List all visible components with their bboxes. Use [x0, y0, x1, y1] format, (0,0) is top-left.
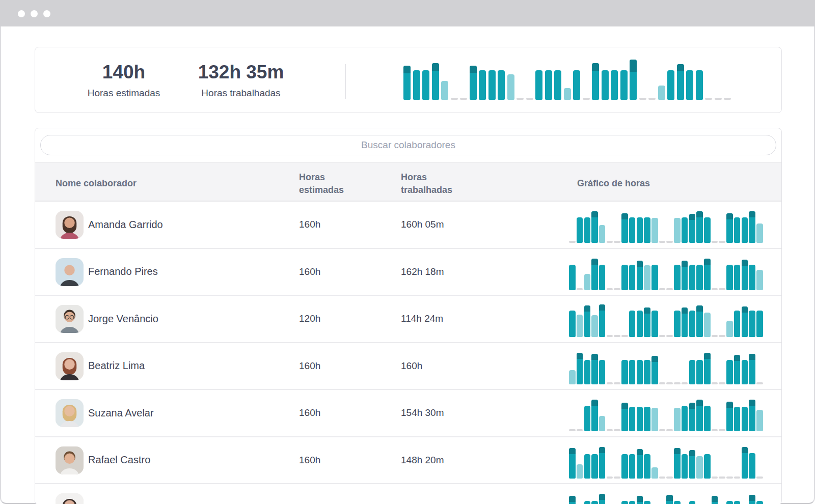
overtime-day-bar [704, 259, 711, 290]
workday-bar [637, 360, 643, 384]
chart-day-slot [689, 211, 696, 243]
chart-day-slot [629, 305, 636, 337]
overtime-cap [591, 211, 598, 217]
table-row[interactable]: Suzana Avelar160h154h 30m [35, 390, 781, 437]
chart-day-slot [726, 353, 734, 384]
window-control-dot[interactable] [31, 10, 38, 17]
empty-day-dash [577, 288, 583, 290]
chart-day-slot [703, 305, 711, 337]
workday-bar [674, 501, 681, 504]
workday-bar [704, 454, 711, 479]
chart-day-slot [629, 447, 636, 479]
chart-day-slot [673, 259, 681, 290]
chart-day-slot [459, 59, 469, 100]
table-body: Amanda Garrido160h160h 05mFernando Pires… [35, 202, 781, 504]
chart-day-slot [756, 400, 764, 431]
workday-bar [498, 70, 505, 100]
chart-day-slot [576, 353, 584, 384]
empty-day-dash [607, 288, 613, 290]
chart-day-slot [696, 400, 703, 431]
chart-day-slot [681, 259, 689, 290]
overtime-cap [677, 64, 684, 71]
chart-day-slot [643, 259, 651, 290]
chart-day-slot [734, 305, 741, 337]
overtime-day-bar [599, 494, 606, 504]
chart-day-slot [629, 400, 636, 431]
chart-day-slot [638, 59, 648, 100]
chart-day-slot [657, 59, 667, 100]
table-row[interactable]: Rafael Castro160h148h 20m [35, 437, 781, 485]
empty-day-dash [666, 429, 673, 431]
overtime-cap [644, 307, 650, 314]
empty-day-dash [715, 98, 722, 100]
overtime-cap [742, 447, 748, 453]
chart-day-slot [636, 259, 643, 290]
workday-bar [599, 360, 606, 384]
table-row[interactable]: Amanda Garrido160h160h 05m [35, 202, 781, 249]
chart-day-slot [576, 305, 584, 337]
chart-day-slot [599, 211, 606, 243]
app-window: 140h Horas estimadas 132h 35m Horas trab… [0, 0, 815, 504]
table-row[interactable]: Beatriz Lima160h160h [35, 343, 781, 390]
chart-day-slot [673, 353, 681, 384]
table-row[interactable] [35, 484, 781, 504]
chart-day-slot [568, 400, 576, 431]
workday-bar [584, 217, 591, 243]
chart-day-slot [613, 259, 621, 290]
partial-day-bar [756, 270, 763, 290]
overtime-day-bar [599, 304, 606, 337]
chart-day-slot [741, 400, 749, 431]
empty-day-dash [734, 477, 741, 479]
chart-day-slot [583, 400, 591, 431]
window-control-dot[interactable] [43, 10, 50, 17]
chart-day-slot [440, 59, 450, 100]
chart-day-slot [606, 400, 614, 431]
chart-day-slot [568, 353, 576, 384]
overtime-cap [689, 450, 696, 456]
empty-day-dash [517, 98, 524, 100]
chart-day-slot [741, 259, 749, 290]
chart-day-slot [621, 259, 629, 290]
chart-day-slot [643, 211, 651, 243]
chart-day-slot [711, 400, 719, 431]
workday-bar [749, 453, 755, 479]
chart-day-slot [666, 494, 673, 504]
empty-day-dash [666, 477, 673, 479]
workday-bar [569, 265, 576, 290]
search-input[interactable] [40, 135, 776, 155]
hours-bar-chart [568, 447, 764, 479]
chart-day-slot [659, 400, 666, 431]
table-row[interactable]: Fernando Pires160h162h 18m [35, 249, 781, 296]
chart-day-slot [450, 59, 459, 100]
window-control-dot[interactable] [18, 10, 25, 17]
overtime-cap [651, 356, 658, 362]
estimated-hours-cell: 160h [299, 343, 320, 389]
chart-day-slot [734, 211, 741, 243]
partial-day-bar [599, 225, 606, 243]
chart-day-slot [659, 447, 666, 479]
workday-bar [742, 360, 748, 384]
empty-day-dash [719, 288, 725, 290]
chart-day-slot [583, 494, 591, 504]
chart-day-slot [568, 305, 576, 337]
hours-bar-chart [568, 400, 764, 431]
overtime-day-bar [592, 63, 599, 100]
chart-day-slot [689, 305, 696, 337]
chart-day-slot [748, 353, 756, 384]
table-header: Nome colaborador Horas estimadas Horas t… [35, 162, 781, 202]
partial-day-bar [674, 218, 681, 243]
workday-bar [569, 311, 576, 337]
chart-day-slot [704, 59, 714, 100]
empty-day-dash [614, 335, 620, 337]
chart-day-slot [723, 59, 732, 100]
avatar [56, 258, 84, 286]
workday-bar [535, 70, 542, 100]
overtime-day-bar [742, 447, 748, 479]
table-row[interactable]: Jorge Venâncio120h114h 24m [35, 296, 781, 343]
overtime-cap [637, 449, 643, 455]
divider [345, 64, 346, 99]
chart-day-slot [673, 211, 681, 243]
chart-day-slot [636, 447, 643, 479]
chart-day-slot [696, 305, 703, 337]
chart-day-slot [621, 447, 629, 479]
